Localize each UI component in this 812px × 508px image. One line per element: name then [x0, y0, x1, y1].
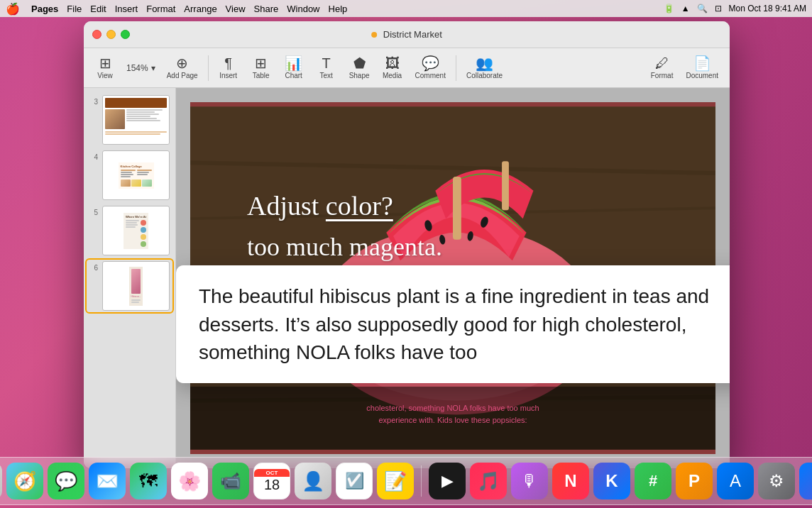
search-icon[interactable]: 🔍	[697, 4, 708, 13]
thumb6-text: Hibiscus...	[131, 295, 141, 298]
dock-podcasts[interactable]: 🎙	[511, 463, 548, 499]
close-button[interactable]	[92, 30, 102, 39]
thumb-img-3	[102, 95, 170, 145]
media-button[interactable]: 🖼 Media	[377, 53, 408, 82]
menu-file[interactable]: File	[67, 4, 82, 14]
document-button[interactable]: 📄 Document	[680, 53, 724, 82]
apple-menu[interactable]: 🍎	[6, 2, 20, 16]
thumb3-header	[105, 98, 167, 108]
dock-reminders[interactable]: ☑️	[336, 463, 373, 499]
page-sidebar[interactable]: 3	[84, 88, 176, 468]
thumb6-image	[131, 269, 141, 294]
main-content: 3	[84, 88, 730, 468]
dock-messages[interactable]: 💬	[48, 463, 84, 499]
menu-insert[interactable]: Insert	[115, 4, 138, 14]
thumb3-text-lines	[126, 109, 167, 129]
dock-facetime[interactable]: 📹	[212, 463, 249, 499]
media-label: Media	[383, 72, 402, 79]
dock-photos[interactable]: 🌸	[171, 463, 208, 499]
app-menu[interactable]: Pages	[31, 4, 58, 14]
page-thumb-5[interactable]: 5 Where We're At	[87, 204, 172, 257]
insert-label: Insert	[219, 72, 237, 79]
page-num-5: 5	[88, 206, 98, 216]
thumb4-title: Kitchen College	[121, 165, 152, 168]
dock-notes[interactable]: 📝	[377, 463, 414, 499]
dock-system-prefs[interactable]: ⚙	[758, 463, 795, 499]
text-icon: T	[322, 56, 331, 70]
table-button[interactable]: ⊞ Table	[246, 53, 277, 82]
chart-icon: 📊	[285, 56, 302, 70]
menu-help[interactable]: Help	[329, 4, 348, 14]
menu-format[interactable]: Format	[146, 4, 175, 14]
datetime: Mon Oct 18 9:41 AM	[729, 4, 806, 13]
chart-button[interactable]: 📊 Chart	[278, 53, 309, 82]
menu-arrange[interactable]: Arrange	[184, 4, 216, 14]
dock-calendar[interactable]: OCT 18	[253, 463, 290, 499]
menubar: 🍎 Pages File Edit Insert Format Arrange …	[0, 0, 812, 17]
menu-edit[interactable]: Edit	[90, 4, 106, 14]
dock-numbers[interactable]: #	[635, 463, 671, 499]
dock-maps[interactable]: 🗺	[130, 463, 167, 499]
table-label: Table	[253, 72, 270, 79]
dock-news[interactable]: N	[552, 463, 589, 499]
control-center-icon[interactable]: ⊡	[715, 4, 722, 13]
comment-icon: 💬	[422, 56, 439, 70]
calendar-day: 18	[264, 477, 280, 493]
dock-screentime[interactable]: ⊙	[799, 463, 812, 499]
thumb5-content: Where We're At	[124, 213, 148, 249]
dock-appletv[interactable]: ▶	[429, 463, 466, 499]
dock-keynote[interactable]: K	[593, 463, 630, 499]
add-page-icon: ⊕	[176, 56, 188, 70]
insert-button[interactable]: ¶ Insert	[213, 53, 244, 82]
shape-label: Shape	[349, 72, 370, 79]
thumb4-cols	[121, 170, 152, 178]
dock-mail[interactable]: ✉️	[89, 463, 126, 499]
dock-music[interactable]: 🎵	[470, 463, 507, 499]
dock-launchpad[interactable]: ⊞	[0, 463, 2, 499]
text-label: Text	[319, 72, 332, 79]
page-thumb-6[interactable]: 6 Hibiscus...	[87, 260, 172, 312]
add-page-button[interactable]: ⊕ Add Page	[161, 53, 204, 82]
unsaved-dot	[371, 32, 377, 38]
dock-appstore[interactable]: A	[717, 463, 754, 499]
view-button[interactable]: ⊞ View	[89, 53, 121, 82]
thumb3-content	[103, 96, 169, 144]
text-button[interactable]: T Text	[311, 53, 342, 82]
document-canvas[interactable]: Adjust color? too much magenta. choleste…	[176, 88, 730, 468]
thumb-img-5: Where We're At	[102, 206, 170, 255]
dock: 🔍 ⊞ 🧭 💬 ✉️ 🗺 🌸 📹 OCT 18 👤 ☑️ 📝 ▶ 🎵 🎙	[0, 457, 812, 505]
comment-button[interactable]: 💬 Comment	[410, 53, 451, 82]
wifi-icon: ▲	[681, 4, 690, 13]
thumb6-content: Hibiscus...	[129, 267, 143, 306]
dock-pages[interactable]: P	[676, 463, 713, 499]
page-thumb-4[interactable]: 4 Kitchen College	[87, 149, 172, 201]
bottom-text-line2: experience with. Kids love these popsicl…	[190, 414, 715, 426]
dock-contacts[interactable]: 👤	[295, 463, 331, 499]
format-icon: 🖊	[655, 56, 669, 70]
thumb4-col1	[121, 170, 136, 178]
bottom-text-line1: cholesterol, something NOLA folks have t…	[190, 402, 715, 414]
thumb-img-6: Hibiscus...	[102, 261, 170, 311]
menu-view[interactable]: View	[226, 4, 246, 14]
shape-button[interactable]: ⬟ Shape	[344, 53, 375, 82]
minimize-button[interactable]	[106, 30, 116, 39]
toolbar-separator-1	[208, 55, 209, 81]
toolbar: ⊞ View 154% ▾ ⊕ Add Page ¶ Insert ⊞ Tabl…	[84, 48, 730, 88]
collaborate-button[interactable]: 👥 Collaborate	[461, 53, 508, 82]
zoom-chevron: ▾	[151, 63, 155, 73]
format-button[interactable]: 🖊 Format	[645, 53, 679, 82]
thumb4-content: Kitchen College	[119, 162, 154, 189]
menu-window[interactable]: Window	[287, 4, 319, 14]
page-thumb-3[interactable]: 3	[87, 94, 172, 146]
thumb5-lines	[126, 220, 139, 247]
tooltip-popover: The beautiful hibiscus plant is a fine i…	[176, 265, 730, 383]
maximize-button[interactable]	[121, 30, 130, 39]
menu-share[interactable]: Share	[254, 4, 279, 14]
view-icon: ⊞	[99, 56, 111, 70]
view-label: View	[97, 72, 113, 79]
dock-safari[interactable]: 🧭	[6, 463, 43, 499]
zoom-control[interactable]: 154% ▾	[122, 60, 160, 76]
thumb5-main	[126, 220, 146, 247]
battery-icon: 🔋	[664, 4, 674, 13]
dock-separator	[421, 465, 422, 497]
